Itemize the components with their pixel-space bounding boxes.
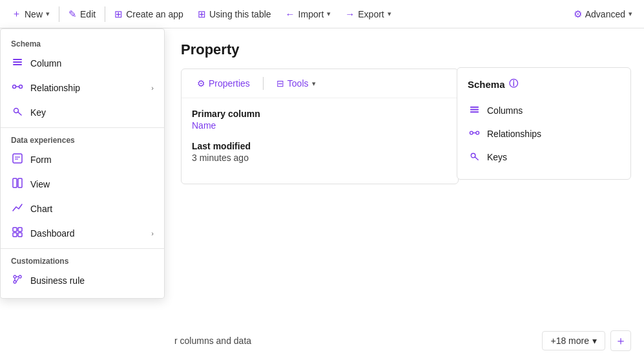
using-table-button[interactable]: ⊞ Using this table	[191, 5, 278, 23]
menu-item-dashboard[interactable]: Dashboard ›	[1, 221, 164, 246]
new-button[interactable]: ＋ New ▾	[5, 5, 56, 23]
create-app-label: Create an app	[126, 9, 183, 19]
schema-card-title: Schema ⓘ	[468, 78, 620, 90]
add-icon: ＋	[615, 333, 627, 348]
schema-relationships-icon	[468, 127, 481, 140]
edit-label: Edit	[80, 9, 96, 19]
relationship-icon	[11, 81, 24, 95]
column-label: Column	[30, 58, 61, 69]
schema-title-text: Schema	[468, 79, 505, 90]
svg-rect-22	[470, 107, 478, 108]
menu-separator-1	[1, 127, 164, 128]
last-modified-value: 3 minutes ago	[192, 153, 448, 163]
form-icon	[11, 153, 24, 167]
menu-item-dashboard-left: Dashboard	[11, 226, 75, 241]
menu-separator-2	[1, 248, 164, 249]
menu-item-column-left: Column	[11, 56, 61, 70]
menu-item-relationship-left: Relationship	[11, 81, 80, 95]
primary-column-label: Primary column	[192, 109, 448, 119]
export-chevron-icon: ▾	[388, 10, 391, 18]
business-rule-icon	[11, 273, 24, 288]
edit-button[interactable]: ✎ Edit	[62, 5, 102, 23]
view-label: View	[30, 179, 50, 189]
menu-item-view[interactable]: View	[1, 172, 164, 197]
export-label: Export	[358, 9, 384, 19]
svg-rect-7	[13, 154, 22, 163]
toolbar-divider-1	[59, 6, 59, 22]
advanced-label: Advanced	[585, 9, 625, 19]
columns-data-label: r columns and data	[174, 336, 251, 346]
property-card-header: ⚙ Properties ⊟ Tools ▾	[182, 69, 458, 98]
tools-chevron-icon: ▾	[312, 80, 316, 88]
create-app-icon: ⊞	[114, 8, 123, 20]
export-icon: →	[345, 8, 355, 19]
svg-rect-13	[18, 228, 22, 231]
svg-rect-1	[13, 61, 22, 63]
dashboard-chevron-icon: ›	[151, 230, 154, 237]
import-label: Import	[298, 9, 324, 19]
more-button[interactable]: +18 more ▾	[542, 331, 605, 350]
schema-columns-label: Columns	[487, 105, 523, 116]
primary-column-value: Name	[192, 120, 448, 131]
properties-gear-icon: ⚙	[197, 78, 205, 89]
relationship-label: Relationship	[30, 83, 80, 93]
menu-item-chart-left: Chart	[11, 202, 52, 216]
advanced-button[interactable]: ⚙ Advanced ▾	[567, 5, 639, 23]
tools-button[interactable]: ⊟ Tools ▾	[271, 76, 321, 91]
tools-label: Tools	[287, 78, 309, 89]
schema-card: Schema ⓘ Columns Relationships	[457, 67, 631, 180]
main-area: Schema Column	[0, 28, 644, 364]
schema-item-keys[interactable]: Keys	[468, 145, 620, 169]
schema-section-label: Schema	[1, 34, 164, 51]
svg-point-16	[14, 275, 16, 278]
property-card-body: Primary column Name Last modified 3 minu…	[182, 98, 458, 184]
menu-item-form-left: Form	[11, 153, 52, 167]
add-column-button[interactable]: ＋	[610, 330, 631, 351]
using-table-icon: ⊞	[198, 8, 206, 20]
last-modified-row: Last modified 3 minutes ago	[192, 141, 448, 163]
svg-point-17	[19, 275, 21, 278]
svg-point-26	[475, 131, 479, 134]
using-table-label: Using this table	[209, 9, 271, 19]
properties-button[interactable]: ⚙ Properties	[192, 76, 255, 91]
create-app-button[interactable]: ⊞ Create an app	[108, 5, 190, 23]
svg-line-21	[16, 278, 19, 282]
bottom-row: r columns and data +18 more ▾ ＋	[174, 330, 631, 351]
new-chevron-icon: ▾	[46, 10, 50, 18]
menu-item-business-rule[interactable]: Business rule	[1, 268, 164, 293]
new-dropdown-menu: Schema Column	[0, 28, 165, 299]
view-icon	[11, 177, 24, 191]
data-experiences-section-label: Data experiences	[1, 131, 164, 147]
svg-point-3	[13, 85, 16, 89]
import-button[interactable]: ← Import ▾	[279, 5, 338, 23]
chart-label: Chart	[30, 204, 52, 214]
last-modified-label: Last modified	[192, 141, 448, 151]
dashboard-label: Dashboard	[30, 228, 75, 239]
svg-point-25	[470, 131, 473, 134]
key-label: Key	[30, 107, 46, 118]
menu-item-form[interactable]: Form	[1, 147, 164, 172]
svg-rect-2	[13, 64, 22, 65]
export-button[interactable]: → Export ▾	[338, 5, 397, 23]
schema-keys-icon	[468, 151, 481, 164]
menu-item-view-left: View	[11, 177, 50, 191]
menu-item-relationship[interactable]: Relationship ›	[1, 76, 164, 100]
relationship-chevron-icon: ›	[151, 84, 154, 92]
svg-point-18	[14, 281, 16, 283]
schema-item-columns[interactable]: Columns	[468, 99, 620, 122]
menu-item-key-left: Key	[11, 105, 46, 120]
property-header-divider	[263, 77, 264, 90]
new-label: New	[25, 9, 43, 19]
svg-rect-10	[13, 178, 17, 187]
menu-item-key[interactable]: Key	[1, 100, 164, 125]
schema-item-relationships[interactable]: Relationships	[468, 122, 620, 145]
business-rule-label: Business rule	[30, 275, 85, 286]
schema-columns-icon	[468, 104, 481, 117]
svg-rect-15	[18, 233, 22, 237]
menu-item-chart[interactable]: Chart	[1, 197, 164, 221]
menu-item-column[interactable]: Column	[1, 51, 164, 76]
edit-icon: ✎	[68, 8, 77, 20]
svg-rect-23	[470, 109, 478, 111]
svg-rect-14	[13, 233, 17, 237]
import-chevron-icon: ▾	[327, 10, 331, 18]
